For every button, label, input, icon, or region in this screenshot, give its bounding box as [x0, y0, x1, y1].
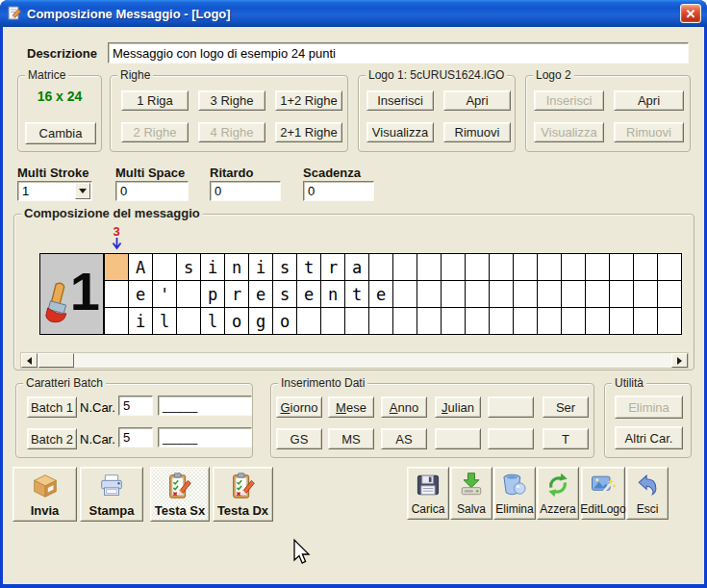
grid-cell[interactable] [153, 254, 176, 280]
grid-cell[interactable] [490, 308, 513, 334]
grid-cell[interactable] [393, 254, 417, 280]
grid-cell[interactable] [562, 254, 585, 280]
batch2-mask-input[interactable]: _____ [158, 427, 252, 447]
grid-cell[interactable]: r [225, 281, 248, 307]
grid-cell[interactable] [393, 308, 417, 334]
description-input[interactable]: Messaggio con logo di esempio 24 punti [108, 42, 689, 64]
close-button[interactable]: ✕ [680, 4, 701, 23]
grid-cell[interactable]: e [369, 281, 392, 307]
altri-car-button[interactable]: Altri Car. [615, 426, 683, 449]
grid-cell[interactable] [514, 308, 537, 334]
grid-cell[interactable]: ' [153, 281, 176, 307]
batch2-ncar-input[interactable]: 5 [118, 427, 153, 447]
grid-cell[interactable] [490, 281, 513, 307]
elimina-button[interactable]: Elimina [493, 467, 536, 520]
elimina-car-button[interactable]: Elimina [615, 396, 683, 419]
grid-cell[interactable]: t [297, 254, 320, 280]
grid-cell[interactable]: e [297, 281, 320, 307]
anno-button[interactable]: Anno [381, 396, 427, 418]
grid-cell[interactable]: A [129, 254, 152, 280]
grid-cell[interactable] [442, 308, 465, 334]
t-button[interactable]: T [543, 428, 589, 449]
grid-cell[interactable]: e [249, 281, 272, 307]
grid-cell[interactable] [610, 308, 633, 334]
grid-cell[interactable] [658, 281, 681, 307]
grid-cell[interactable] [562, 308, 585, 334]
grid-cell[interactable] [634, 281, 657, 307]
julian-button[interactable]: Julian [435, 396, 481, 418]
grid-scrollbar[interactable] [20, 352, 689, 369]
giorno-button[interactable]: Giorno [276, 396, 322, 418]
batch1-button[interactable]: Batch 1 [27, 396, 77, 418]
grid-cell[interactable] [538, 281, 561, 307]
grid-cell[interactable] [105, 308, 128, 334]
grid-cell[interactable] [562, 281, 585, 307]
grid-cell[interactable] [586, 254, 609, 280]
multi-space-input[interactable]: 0 [115, 181, 189, 201]
grid-cell[interactable] [466, 281, 489, 307]
logo1-apri-button[interactable]: Apri [443, 90, 511, 111]
multi-stroke-combobox[interactable]: 1 [17, 181, 92, 201]
blank-button-3[interactable] [488, 428, 534, 449]
grid-cell[interactable] [514, 281, 537, 307]
logo2-apri-button[interactable]: Apri [614, 90, 684, 111]
logo2-visualizza-button[interactable]: Visualizza [534, 122, 604, 142]
grid-cell[interactable] [442, 254, 465, 280]
grid-cell[interactable] [105, 254, 128, 280]
grid-cell[interactable] [177, 281, 200, 307]
grid-cell[interactable] [538, 254, 561, 280]
grid-cell[interactable]: i [129, 308, 152, 334]
scroll-left-button[interactable] [21, 353, 38, 368]
ser-button[interactable]: Ser [543, 396, 589, 418]
grid-cell[interactable] [393, 281, 417, 307]
grid-cell[interactable] [417, 308, 441, 334]
grid-cell[interactable] [177, 308, 200, 334]
scroll-right-button[interactable] [671, 353, 688, 368]
grid-cell[interactable] [586, 308, 609, 334]
grid-cell[interactable] [417, 254, 441, 280]
logo1-inserisci-button[interactable]: Inserisci [366, 90, 434, 111]
stampa-button[interactable]: Stampa [80, 467, 143, 522]
righe-3-button[interactable]: 3 Righe [198, 90, 265, 111]
grid-cell[interactable]: s [273, 281, 296, 307]
blank-button-2[interactable] [435, 428, 481, 449]
blank-button-1[interactable] [488, 396, 534, 418]
grid-cell[interactable] [442, 281, 465, 307]
batch1-ncar-input[interactable]: 5 [118, 396, 153, 416]
salva-button[interactable]: Salva [450, 467, 492, 520]
grid-cell[interactable]: a [345, 254, 368, 280]
azzera-button[interactable]: Azzera [537, 467, 579, 520]
invia-button[interactable]: Invia [13, 467, 77, 522]
batch2-button[interactable]: Batch 2 [27, 428, 77, 449]
grid-cell[interactable] [658, 254, 681, 280]
carica-button[interactable]: Carica [407, 467, 449, 520]
message-grid[interactable]: Asinistrae'presenteillogo [104, 253, 682, 335]
grid-cell[interactable] [321, 308, 344, 334]
multi-stroke-dropdown-button[interactable] [75, 183, 90, 199]
cambia-button[interactable]: Cambia [25, 122, 96, 144]
grid-cell[interactable] [490, 254, 513, 280]
testa-dx-button[interactable]: Testa Dx [213, 467, 273, 522]
batch1-mask-input[interactable]: _____ [158, 396, 252, 416]
grid-cell[interactable]: l [201, 308, 224, 334]
logo1-visualizza-button[interactable]: Visualizza [366, 122, 434, 142]
grid-cell[interactable] [634, 308, 657, 334]
grid-cell[interactable]: e [129, 281, 152, 307]
grid-cell[interactable]: g [249, 308, 272, 334]
grid-cell[interactable] [297, 308, 320, 334]
grid-cell[interactable]: l [153, 308, 176, 334]
as-button[interactable]: AS [381, 428, 427, 449]
grid-cell[interactable]: n [321, 281, 344, 307]
grid-cell[interactable]: n [225, 254, 248, 280]
grid-cell[interactable]: p [201, 281, 224, 307]
logo2-rimuovi-button[interactable]: Rimuovi [614, 122, 684, 142]
grid-cell[interactable]: s [177, 254, 200, 280]
ms-button[interactable]: MS [328, 428, 374, 449]
testa-sx-button[interactable]: Testa Sx [150, 467, 210, 522]
grid-cell[interactable]: o [273, 308, 296, 334]
riga-1-button[interactable]: 1 Riga [121, 90, 189, 111]
titlebar[interactable]: Composizione Messaggio - [Logo] ✕ [0, 0, 707, 27]
grid-cell[interactable]: i [201, 254, 224, 280]
grid-cell[interactable] [466, 308, 489, 334]
grid-cell[interactable] [417, 281, 441, 307]
